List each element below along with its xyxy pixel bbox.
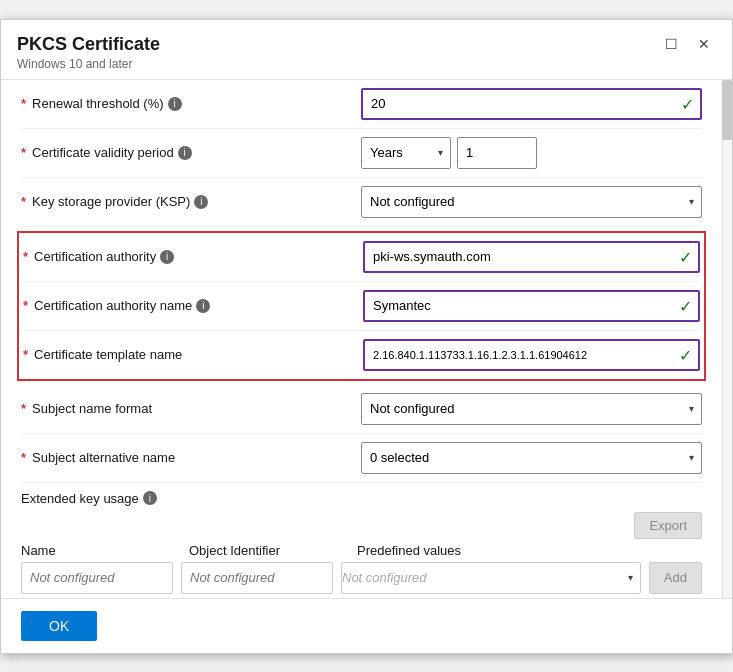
cert-authority-name-label: Certification authority name <box>34 298 192 313</box>
cert-validity-label: Certificate validity period <box>32 145 174 160</box>
cert-authority-input-wrapper: ✓ <box>363 241 700 273</box>
title-bar: PKCS Certificate Windows 10 and later ☐ … <box>1 20 732 80</box>
cert-template-label-col: * Certificate template name <box>23 347 363 362</box>
add-button: Add <box>649 562 702 594</box>
cert-authority-name-input-wrapper: ✓ <box>363 290 700 322</box>
subject-alt-select-wrapper: 0 selected ▾ <box>361 442 702 474</box>
validity-period-select[interactable]: Years Months Days <box>361 137 451 169</box>
cert-template-check-icon: ✓ <box>679 345 692 364</box>
scroll-track[interactable] <box>722 80 732 598</box>
renewal-threshold-check-icon: ✓ <box>681 94 694 113</box>
cert-authority-info-icon[interactable]: i <box>160 250 174 264</box>
cert-authority-name-row: * Certification authority name i ✓ <box>23 282 700 331</box>
eku-oid-input[interactable] <box>181 562 333 594</box>
required-star-ctn: * <box>23 347 28 362</box>
pkcs-certificate-dialog: PKCS Certificate Windows 10 and later ☐ … <box>0 19 733 654</box>
eku-predefined-wrapper: Not configured ▾ <box>341 562 641 594</box>
eku-label-row: Extended key usage i <box>21 491 702 506</box>
eku-table-header: Name Object Identifier Predefined values <box>21 543 702 558</box>
eku-predefined-select[interactable]: Not configured <box>341 562 641 594</box>
cert-validity-info-icon[interactable]: i <box>178 146 192 160</box>
required-star-ksp: * <box>21 194 26 209</box>
cert-authority-control: ✓ <box>363 241 700 273</box>
cert-template-row: * Certificate template name ✓ <box>23 331 700 379</box>
subject-name-label-col: * Subject name format <box>21 401 361 416</box>
cert-authority-label: Certification authority <box>34 249 156 264</box>
key-storage-control: Not configured ▾ <box>361 186 702 218</box>
years-select-wrapper: Years Months Days ▾ <box>361 137 451 169</box>
cert-validity-control: Years Months Days ▾ <box>361 137 702 169</box>
cert-authority-row: * Certification authority i ✓ <box>23 233 700 282</box>
subject-name-select[interactable]: Not configured <box>361 393 702 425</box>
renewal-threshold-info-icon[interactable]: i <box>168 97 182 111</box>
renewal-threshold-control: ✓ <box>361 88 702 120</box>
cert-template-label: Certificate template name <box>34 347 182 362</box>
cert-authority-input[interactable] <box>363 241 700 273</box>
cert-validity-label-col: * Certificate validity period i <box>21 145 361 160</box>
subject-name-row: * Subject name format Not configured ▾ <box>21 385 702 434</box>
eku-inputs-row: Not configured ▾ Add <box>21 562 702 594</box>
cert-template-input[interactable] <box>363 339 700 371</box>
renewal-threshold-input[interactable] <box>361 88 702 120</box>
key-storage-label: Key storage provider (KSP) <box>32 194 190 209</box>
eku-info-icon[interactable]: i <box>143 491 157 505</box>
dialog-footer: OK <box>1 598 732 653</box>
subject-alt-control: 0 selected ▾ <box>361 442 702 474</box>
subject-name-label: Subject name format <box>32 401 152 416</box>
required-star-validity: * <box>21 145 26 160</box>
renewal-threshold-label-col: * Renewal threshold (%) i <box>21 96 361 111</box>
eku-name-header: Name <box>21 543 181 558</box>
required-star-san: * <box>21 450 26 465</box>
form-content: * Renewal threshold (%) i ✓ * Certificat… <box>1 80 722 598</box>
key-storage-select[interactable]: Not configured <box>361 186 702 218</box>
subject-alt-label-col: * Subject alternative name <box>21 450 361 465</box>
subject-alt-row: * Subject alternative name 0 selected ▾ <box>21 434 702 483</box>
subject-name-control: Not configured ▾ <box>361 393 702 425</box>
title-text-group: PKCS Certificate Windows 10 and later <box>17 34 160 71</box>
subject-alt-label: Subject alternative name <box>32 450 175 465</box>
renewal-threshold-input-wrapper: ✓ <box>361 88 702 120</box>
ok-button[interactable]: OK <box>21 611 97 641</box>
title-controls: ☐ ✕ <box>659 34 716 54</box>
eku-label: Extended key usage <box>21 491 139 506</box>
close-button[interactable]: ✕ <box>692 34 716 54</box>
cert-authority-name-label-col: * Certification authority name i <box>23 298 363 313</box>
required-star-can: * <box>23 298 28 313</box>
cert-authority-name-check-icon: ✓ <box>679 296 692 315</box>
cert-authority-label-col: * Certification authority i <box>23 249 363 264</box>
scroll-thumb[interactable] <box>722 80 732 140</box>
cert-template-input-wrapper: ✓ <box>363 339 700 371</box>
subject-alt-select[interactable]: 0 selected <box>361 442 702 474</box>
eku-oid-header: Object Identifier <box>189 543 349 558</box>
cert-authority-name-info-icon[interactable]: i <box>196 299 210 313</box>
required-star-ca: * <box>23 249 28 264</box>
dialog-subtitle: Windows 10 and later <box>17 57 160 71</box>
required-star-snf: * <box>21 401 26 416</box>
key-storage-select-wrapper: Not configured ▾ <box>361 186 702 218</box>
dialog-title: PKCS Certificate <box>17 34 160 55</box>
renewal-threshold-label: Renewal threshold (%) <box>32 96 164 111</box>
validity-value-input[interactable] <box>457 137 537 169</box>
key-storage-row: * Key storage provider (KSP) i Not confi… <box>21 178 702 227</box>
cert-validity-row: * Certificate validity period i Years Mo… <box>21 129 702 178</box>
export-button: Export <box>634 512 702 539</box>
highlighted-section: * Certification authority i ✓ * <box>17 231 706 381</box>
key-storage-label-col: * Key storage provider (KSP) i <box>21 194 361 209</box>
cert-authority-name-control: ✓ <box>363 290 700 322</box>
cert-template-control: ✓ <box>363 339 700 371</box>
eku-name-input[interactable] <box>21 562 173 594</box>
cert-authority-check-icon: ✓ <box>679 247 692 266</box>
key-storage-info-icon[interactable]: i <box>194 195 208 209</box>
export-row: Export <box>21 512 702 539</box>
restore-button[interactable]: ☐ <box>659 34 684 54</box>
required-star: * <box>21 96 26 111</box>
eku-predefined-header: Predefined values <box>357 543 702 558</box>
subject-name-select-wrapper: Not configured ▾ <box>361 393 702 425</box>
eku-section: Extended key usage i Export Name Object … <box>21 483 702 598</box>
renewal-threshold-row: * Renewal threshold (%) i ✓ <box>21 80 702 129</box>
cert-authority-name-input[interactable] <box>363 290 700 322</box>
